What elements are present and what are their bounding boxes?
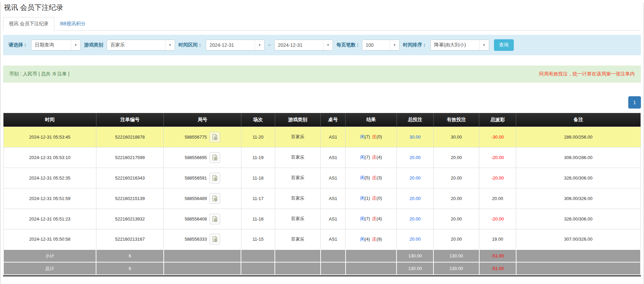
date-from-value: 2024-12-31 xyxy=(206,42,234,48)
cell-valid-bet: 20.00 xyxy=(433,229,479,250)
summary-count: 6 xyxy=(96,250,164,262)
cell-round-id: 588556408 xyxy=(164,209,241,229)
table-row: 2024-12-31 05:52:35 522160216343 5885565… xyxy=(3,168,641,188)
cell-table-no: AS1 xyxy=(321,147,346,168)
summary-label: 小计 xyxy=(3,250,96,262)
chevron-down-icon: ▼ xyxy=(323,40,333,50)
table-footer: 小计 6 130.00 130.00 -51.00 总计 6 130.00 13… xyxy=(3,250,641,275)
cell-remark: 307.00/326.00 xyxy=(516,229,641,250)
select-type-label: 请选择： xyxy=(9,42,28,48)
per-page-select[interactable]: 100 ▼ xyxy=(362,40,400,51)
cell-total-bet: 20.00 xyxy=(397,168,433,188)
video-replay-button[interactable] xyxy=(210,234,220,244)
valid-bet-notice-text: 同局有效投注，统一计算在该局第一张注单内 xyxy=(539,71,635,77)
video-replay-icon xyxy=(212,154,218,161)
cell-bet-id: 522160218878 xyxy=(96,127,164,147)
cell-bet-id: 522160213167 xyxy=(96,229,164,250)
date-to-select[interactable]: 2024-12-31 ▼ xyxy=(274,40,333,51)
banker-result: 庄 xyxy=(372,196,377,201)
cell-table-no: AS1 xyxy=(321,127,346,147)
tab-bar: 视讯 会员下注纪录 BB视讯积分 xyxy=(3,17,641,31)
cell-valid-bet: 30.00 xyxy=(433,127,479,147)
video-replay-button[interactable] xyxy=(210,152,220,163)
cell-session: 11-16 xyxy=(241,209,275,229)
cell-bet-id: 522160215139 xyxy=(96,188,164,209)
round-id-text: 588556775 xyxy=(185,134,207,140)
cell-game-type: 百家乐 xyxy=(275,229,321,250)
banker-result: 庄 xyxy=(372,175,377,180)
cell-result: 闲(1)庄(0) xyxy=(346,188,397,209)
page-title: 视讯 会员下注纪录 xyxy=(4,3,641,12)
col-time: 时间 xyxy=(3,113,96,127)
video-replay-button[interactable] xyxy=(210,193,220,204)
page-1-button[interactable]: 1 xyxy=(628,96,641,109)
cell-remark: 326.00/306.00 xyxy=(516,209,641,229)
cell-valid-bet: 20.00 xyxy=(433,147,479,168)
banker-result: 庄 xyxy=(372,155,377,160)
summary-payout: -51.00 xyxy=(479,262,516,275)
col-table-no: 桌号 xyxy=(321,113,346,127)
cell-session: 11-19 xyxy=(241,147,275,168)
col-payout: 总派彩 xyxy=(479,113,516,127)
cell-payout: -20.00 xyxy=(479,209,516,229)
cell-total-bet: 20.00 xyxy=(397,229,433,250)
table-row: 2024-12-31 05:53:45 522160218878 5885567… xyxy=(3,127,641,147)
time-range-label: 时间区间： xyxy=(178,42,202,48)
video-replay-button[interactable] xyxy=(210,132,220,142)
cell-payout: -20.00 xyxy=(479,147,516,168)
cell-payout: 20.00 xyxy=(479,188,516,209)
time-sort-select[interactable]: 降幂(由大到小) ▼ xyxy=(430,40,489,51)
table-row: 2024-12-31 05:51:23 522160213932 5885564… xyxy=(3,209,641,229)
cell-remark: 286.00/256.00 xyxy=(516,127,641,147)
video-replay-button[interactable] xyxy=(210,214,220,224)
player-result: 闲 xyxy=(360,134,365,139)
banker-result: 庄 xyxy=(372,134,377,139)
cell-round-id: 588556591 xyxy=(164,168,241,188)
table-body: 2024-12-31 05:53:45 522160218878 5885567… xyxy=(3,127,641,250)
video-replay-button[interactable] xyxy=(210,173,220,183)
cell-result: 闲(7)庄(0) xyxy=(346,127,397,147)
currency-total-text: 币别 : 人民币 | 总共 :6 注单 | xyxy=(9,71,69,77)
col-session: 场次 xyxy=(241,113,275,127)
video-replay-icon xyxy=(212,236,218,242)
time-sort-value: 降幂(由大到小) xyxy=(431,42,466,48)
cell-table-no: AS1 xyxy=(321,229,346,250)
round-id-text: 588556333 xyxy=(185,237,207,242)
search-button[interactable]: 查询 xyxy=(494,39,514,51)
banker-result: 庄 xyxy=(372,216,377,221)
query-type-select[interactable]: 日期查询 ▼ xyxy=(31,40,81,51)
col-result: 结果 xyxy=(346,113,397,127)
cell-total-bet: 20.00 xyxy=(397,188,433,209)
summary-label: 总计 xyxy=(3,262,96,275)
bet-records-table: 时间 注单编号 局号 场次 游戏类别 桌号 结果 总投注 有效投注 总派彩 备注… xyxy=(3,113,641,275)
cell-bet-id: 522160213932 xyxy=(96,209,164,229)
cell-result: 闲(5)庄(3) xyxy=(346,168,397,188)
table-row: 2024-12-31 05:50:58 522160213167 5885563… xyxy=(3,229,641,250)
cell-round-id: 588556775 xyxy=(164,127,241,147)
col-round-id: 局号 xyxy=(164,113,241,127)
game-type-select[interactable]: 百家乐 ▼ xyxy=(107,40,175,51)
table-row: 2024-12-31 05:51:59 522160215139 5885564… xyxy=(3,188,641,209)
cell-remark: 306.00/286.00 xyxy=(516,147,641,168)
cell-round-id: 588556695 xyxy=(164,147,241,168)
cell-game-type: 百家乐 xyxy=(275,147,321,168)
pagination: 1 xyxy=(3,96,641,109)
cell-payout: -20.00 xyxy=(479,168,516,188)
summary-payout: -51.00 xyxy=(479,250,516,262)
cell-total-bet: 20.00 xyxy=(397,209,433,229)
cell-round-id: 588556489 xyxy=(164,188,241,209)
player-result: 闲 xyxy=(360,155,365,160)
col-total-bet: 总投注 xyxy=(397,113,433,127)
cell-session: 11-15 xyxy=(241,229,275,250)
chevron-down-icon: ▼ xyxy=(479,40,489,50)
tab-video-bet-records[interactable]: 视讯 会员下注纪录 xyxy=(3,17,54,31)
chevron-down-icon: ▼ xyxy=(165,40,175,50)
cell-time: 2024-12-31 05:51:59 xyxy=(3,188,96,209)
date-from-select[interactable]: 2024-12-31 ▼ xyxy=(206,40,265,51)
tab-bb-video-points[interactable]: BB视讯积分 xyxy=(54,17,92,31)
summary-total-bet: 130.00 xyxy=(397,262,433,275)
cell-bet-id: 522160217599 xyxy=(96,147,164,168)
cell-table-no: AS1 xyxy=(321,209,346,229)
cell-time: 2024-12-31 05:51:23 xyxy=(3,209,96,229)
cell-valid-bet: 20.00 xyxy=(433,188,479,209)
